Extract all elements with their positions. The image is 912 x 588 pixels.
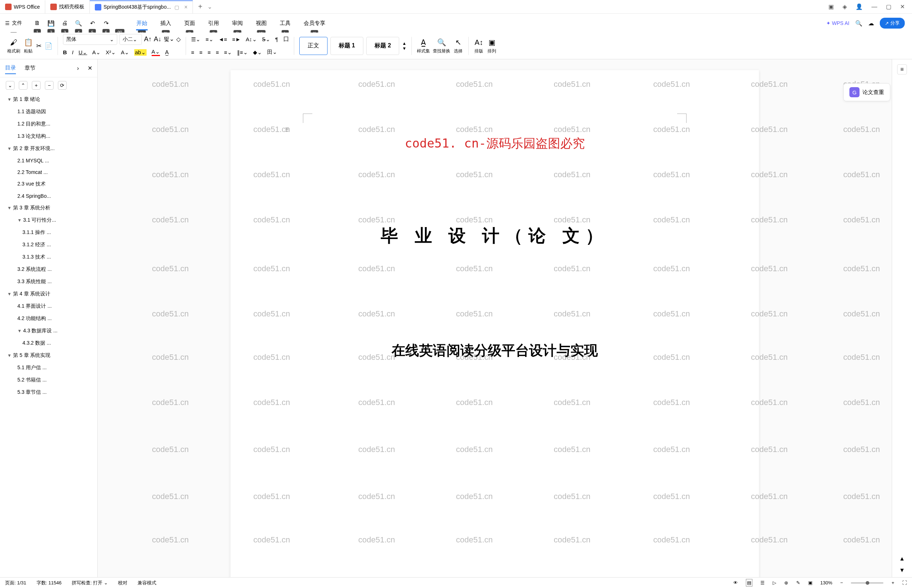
share-button[interactable]: ↗分享 bbox=[880, 18, 905, 29]
outline-item[interactable]: 3.2 系统流程 ... bbox=[0, 263, 97, 276]
distribute-button[interactable]: ≡⌄ bbox=[224, 49, 232, 56]
clear-format-button[interactable]: ◇ bbox=[176, 36, 181, 43]
view-web-icon[interactable]: ⊕ bbox=[784, 580, 788, 585]
cut-icon[interactable]: ✂ bbox=[36, 42, 42, 50]
qat-print-button[interactable]: 🖨3 bbox=[60, 18, 70, 28]
strikethrough-button[interactable]: A⌄ bbox=[92, 49, 100, 56]
tab-wps-office[interactable]: WPS Office bbox=[0, 0, 45, 13]
paragraph-spacing-button[interactable]: ¶ bbox=[275, 36, 278, 42]
outline-item[interactable]: 2.4 SpringBo... bbox=[0, 190, 97, 202]
outline-item[interactable]: 3.1.1 操作 ... bbox=[0, 226, 97, 239]
styles-dropdown[interactable]: A̲ 样式集 bbox=[417, 37, 430, 54]
document-subtitle[interactable]: 在线英语阅读分级平台设计与实现 bbox=[267, 341, 723, 360]
zoom-thumb[interactable] bbox=[866, 581, 869, 585]
paste-button[interactable]: 📋 粘贴 bbox=[23, 37, 33, 54]
increase-indent-button[interactable]: ≡► bbox=[232, 36, 241, 42]
text-effects-button[interactable]: 띛⌄ bbox=[164, 36, 174, 43]
right-panel-scroll-down-icon[interactable]: ▼ bbox=[899, 567, 905, 573]
nav-refresh-button[interactable]: ⟳ bbox=[58, 81, 66, 90]
tab-document-active[interactable]: SpringBoot438基于springbo... ▢ × bbox=[90, 0, 193, 13]
style-normal[interactable]: 正文 bbox=[299, 37, 327, 55]
search-icon[interactable]: 🔍 bbox=[855, 20, 862, 27]
avatar-icon[interactable]: 👤 bbox=[855, 3, 863, 10]
arrange-button[interactable]: ▣ 排列 bbox=[487, 37, 497, 54]
fullscreen-icon[interactable]: ⛶ bbox=[902, 580, 907, 585]
zoom-in-button[interactable]: + bbox=[891, 580, 894, 585]
cube-icon[interactable]: ◈ bbox=[842, 3, 847, 10]
view-eye-icon[interactable]: 👁 bbox=[733, 580, 738, 585]
bullet-list-button[interactable]: ☰⌄ bbox=[191, 36, 201, 43]
status-proofread[interactable]: 校对 bbox=[118, 580, 127, 586]
copy-icon[interactable]: 📄 bbox=[45, 42, 52, 50]
outline-caret-icon[interactable]: ▼ bbox=[7, 146, 11, 151]
outline-caret-icon[interactable]: ▼ bbox=[7, 353, 11, 358]
nav-tab-toc[interactable]: 目录 bbox=[5, 62, 16, 74]
move-handle-icon[interactable]: ⠿ bbox=[285, 126, 289, 133]
align-center-button[interactable]: ≡ bbox=[199, 49, 202, 55]
line-spacing-button[interactable]: ‖≡⌄ bbox=[237, 49, 248, 56]
font-size-select[interactable]: 小二⌄ bbox=[120, 34, 142, 45]
outline-item[interactable]: 2.3 vue 技术 bbox=[0, 178, 97, 190]
nav-close-icon[interactable]: ✕ bbox=[87, 65, 92, 72]
document-canvas[interactable]: ⠿ code51. cn-源码乐园盗图必究 毕 业 设 计（论 文） 在线英语阅… bbox=[98, 59, 892, 577]
status-compat-mode[interactable]: 兼容模式 bbox=[138, 580, 156, 586]
font-family-select[interactable]: 黑体⌄ bbox=[63, 34, 117, 45]
bold-button[interactable]: B bbox=[63, 49, 67, 55]
cloud-icon[interactable]: ☁ bbox=[868, 20, 874, 27]
tab-insert[interactable]: 插入N bbox=[154, 18, 178, 29]
number-list-button[interactable]: ≡⌄ bbox=[206, 36, 214, 43]
outline-caret-icon[interactable]: ▼ bbox=[17, 328, 22, 333]
maximize-icon[interactable]: ▢ bbox=[886, 3, 891, 10]
qat-new-button[interactable]: 🗎1 bbox=[32, 18, 42, 28]
outline-item[interactable]: ▼第 1 章 绪论 bbox=[0, 93, 97, 106]
decrease-indent-button[interactable]: ◄≡ bbox=[219, 36, 227, 42]
status-page[interactable]: 页面: 1/31 bbox=[5, 580, 26, 586]
outline-item[interactable]: ▼第 2 章 开发环境... bbox=[0, 142, 97, 155]
format-painter-button[interactable]: 🖌 格式刷 bbox=[7, 37, 20, 54]
tab-page[interactable]: 页面P bbox=[178, 18, 202, 29]
outline-item[interactable]: 5.2 书籍信 ... bbox=[0, 374, 97, 386]
plagiarism-check-button[interactable]: G 论文查重 bbox=[843, 83, 890, 101]
outline-caret-icon[interactable]: ▼ bbox=[17, 218, 22, 223]
status-word-count[interactable]: 字数: 11546 bbox=[37, 580, 62, 586]
view-edit-icon[interactable]: ✎ bbox=[796, 580, 800, 585]
italic-button[interactable]: I bbox=[72, 49, 73, 55]
tab-member[interactable]: 会员专享K bbox=[297, 18, 332, 29]
document-page[interactable]: ⠿ code51. cn-源码乐园盗图必究 毕 业 设 计（论 文） 在线英语阅… bbox=[230, 70, 759, 577]
align-right-button[interactable]: ≡ bbox=[208, 49, 211, 55]
superscript-button[interactable]: X²⌄ bbox=[106, 49, 116, 56]
outline-item[interactable]: 3.1.3 技术 ... bbox=[0, 251, 97, 263]
sort-button[interactable]: A↕ 排版 bbox=[474, 37, 484, 54]
right-panel-scroll-up-icon[interactable]: ▲ bbox=[899, 556, 905, 562]
outline-item[interactable]: ▼第 3 章 系统分析 bbox=[0, 202, 97, 214]
style-heading2[interactable]: 标题 2 bbox=[366, 37, 399, 55]
outline-item[interactable]: 3.3 系统性能 ... bbox=[0, 276, 97, 288]
tab-review[interactable]: 审阅R bbox=[225, 18, 249, 29]
style-heading1[interactable]: 标题 1 bbox=[330, 37, 363, 55]
tab-tools[interactable]: 工具L bbox=[273, 18, 297, 29]
qat-preview-button[interactable]: 🔍4 bbox=[73, 18, 84, 28]
line-through-button[interactable]: S̶⌄ bbox=[262, 36, 271, 43]
format-box-button[interactable]: A̲ bbox=[165, 49, 168, 56]
tab-dropdown-icon[interactable]: ⌄ bbox=[207, 3, 212, 10]
text-direction-button[interactable]: A↕⌄ bbox=[246, 36, 257, 43]
outline-item[interactable]: ▼4.3 数据库设 ... bbox=[0, 325, 97, 337]
tab-template[interactable]: 找稻壳模板 bbox=[45, 0, 90, 13]
wps-ai-button[interactable]: ✦ WPS AI bbox=[826, 20, 849, 26]
decrease-font-button[interactable]: A↓ bbox=[154, 36, 161, 43]
qat-undo-button[interactable]: ↶5 bbox=[87, 18, 97, 28]
underline-button[interactable]: U⌄ bbox=[79, 49, 87, 56]
zoom-out-button[interactable]: − bbox=[840, 580, 843, 585]
font-effect-button[interactable]: A⌄ bbox=[121, 49, 129, 56]
outline-caret-icon[interactable]: ▼ bbox=[7, 205, 11, 210]
borders-button[interactable]: 田⌄ bbox=[267, 49, 277, 56]
outline-item[interactable]: 4.3.2 数据 ... bbox=[0, 337, 97, 349]
outline-caret-icon[interactable]: ▼ bbox=[7, 97, 11, 102]
copy-window-icon[interactable]: ▣ bbox=[828, 3, 834, 10]
tab-close-icon[interactable]: × bbox=[184, 4, 188, 10]
outline-item[interactable]: 2.2 Tomcat ... bbox=[0, 166, 97, 178]
nav-remove-button[interactable]: − bbox=[45, 81, 53, 90]
outline-list[interactable]: ▼第 1 章 绪论1.1 选题动因1.2 目的和意...1.3 论文结构...▼… bbox=[0, 93, 97, 577]
view-page-icon[interactable]: ▤ bbox=[746, 579, 752, 586]
outline-item[interactable]: ▼第 5 章 系统实现 bbox=[0, 349, 97, 362]
